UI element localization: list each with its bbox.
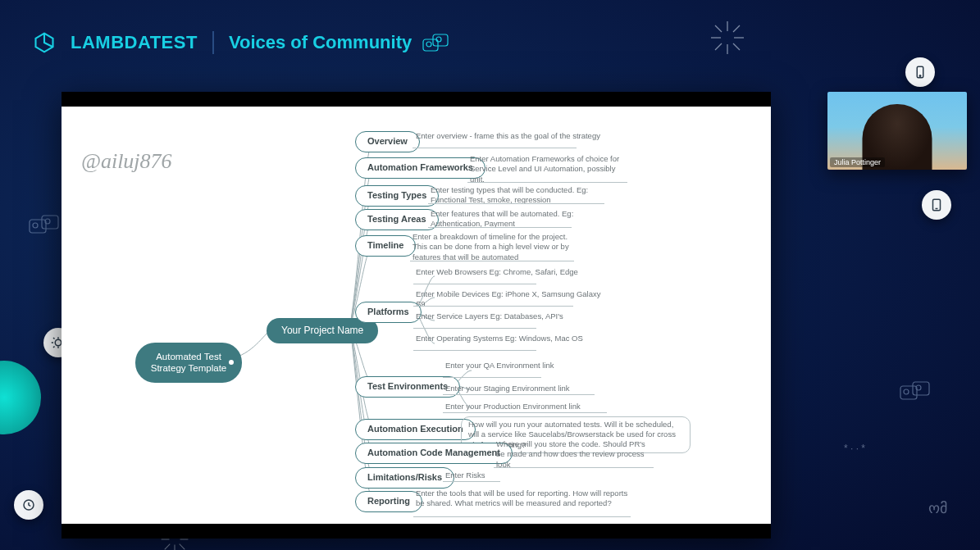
topic-code: Automation Code Management (355, 443, 513, 464)
svg-point-29 (919, 75, 921, 77)
note-areas: Enter features that will be automated. E… (431, 209, 619, 230)
tablet-icon (922, 190, 951, 220)
note-envs-2: Enter your Production Environment link (445, 402, 581, 411)
note-types: Enter testing types that will be conduct… (431, 185, 619, 206)
topic-types: Testing Types (355, 185, 439, 207)
svg-point-17 (33, 223, 38, 228)
note-envs-0: Enter your QA Environment link (445, 361, 554, 370)
presenter-webcam: Julia Pottinger (827, 92, 967, 170)
presentation-stage: @ailuj876 (62, 92, 771, 539)
svg-line-13 (180, 544, 185, 550)
note-frameworks: Enter Automation Frameworks of choice fo… (470, 154, 626, 184)
svg-point-25 (426, 42, 431, 47)
note-platforms-2: Enter Service Layers Eg: Databases, API'… (416, 311, 563, 321)
note-overview: Enter overview - frame this as the goal … (416, 131, 600, 141)
svg-rect-26 (433, 34, 448, 46)
topic-platforms: Platforms (355, 302, 422, 323)
mobile-icon (905, 57, 935, 87)
svg-line-6 (733, 25, 740, 32)
mindmap-root: Automated Test Strategy Template (135, 343, 242, 383)
svg-line-7 (715, 43, 722, 50)
note-platforms-3: Enter Operating Systems Eg: Windows, Mac… (416, 334, 583, 343)
topic-exec: Automation Execution (355, 419, 476, 440)
header-divider (212, 31, 214, 54)
svg-line-15 (165, 544, 171, 550)
note-code: Where will you store the code. Should PR… (496, 439, 652, 470)
topic-frameworks: Automation Frameworks (355, 157, 485, 179)
note-platforms-0: Enter Web Browsers Eg: Chrome, Safari, E… (416, 267, 578, 277)
note-timeline: Enter a breakdown of timeline for the pr… (413, 232, 572, 262)
topic-overview: Overview (355, 131, 420, 152)
brand-name: LAMBDATEST (71, 32, 198, 53)
app-header: LAMBDATEST Voices of Community (33, 31, 449, 54)
svg-rect-24 (423, 39, 438, 51)
topic-report: Reporting (355, 491, 422, 512)
topic-areas: Testing Areas (355, 209, 439, 230)
svg-line-4 (715, 25, 722, 32)
mindmap-slide: @ailuj876 (62, 107, 771, 524)
topic-risks: Limitations/Risks (355, 467, 454, 489)
svg-line-5 (733, 43, 740, 50)
brand-logo-icon (33, 31, 56, 54)
svg-point-21 (904, 389, 909, 394)
note-risks: Enter Risks (445, 470, 485, 480)
topic-timeline: Timeline (355, 235, 416, 257)
svg-point-32 (55, 339, 62, 346)
presenter-handle: @ailuj876 (81, 149, 172, 174)
note-report: Enter the tools that will be used for re… (416, 489, 629, 509)
community-icon (422, 34, 449, 53)
header-tagline: Voices of Community (229, 32, 449, 53)
clock-icon (14, 490, 43, 520)
note-envs-1: Enter your Staging Environment link (445, 384, 570, 393)
presenter-name: Julia Pottinger (830, 157, 885, 167)
